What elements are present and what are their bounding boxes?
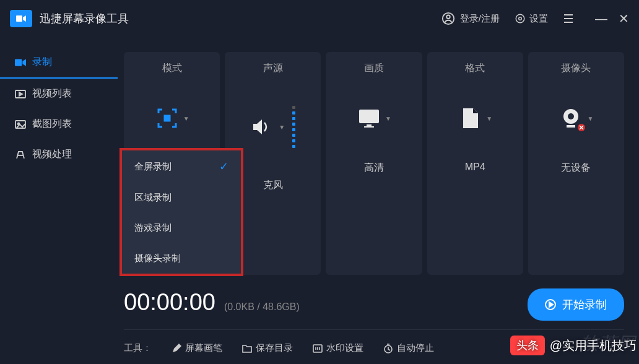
mode-selector[interactable]: ▼ <box>155 106 189 131</box>
error-badge-icon <box>577 123 586 132</box>
tool-label: 自动停止 <box>397 342 434 354</box>
dropdown-label: 游戏录制 <box>134 222 172 234</box>
tool-savedir[interactable]: 保存目录 <box>242 342 293 354</box>
sidebar-item-record[interactable]: 录制 <box>0 47 118 79</box>
tools-label: 工具： <box>124 342 152 354</box>
user-icon <box>441 12 455 25</box>
gear-icon <box>515 13 526 24</box>
camera-selector[interactable]: ▼ <box>559 106 593 131</box>
dropdown-item-game[interactable]: 游戏录制 <box>122 213 241 243</box>
card-value: MP4 <box>465 162 485 173</box>
svg-point-17 <box>568 113 574 119</box>
close-button[interactable]: ✕ <box>619 12 629 25</box>
card-format: 格式 ▼ MP4 <box>427 52 523 275</box>
start-record-button[interactable]: 开始录制 <box>528 288 624 321</box>
svg-rect-15 <box>364 126 374 128</box>
tool-label: 保存目录 <box>256 342 293 354</box>
login-button[interactable]: 登录/注册 <box>441 12 500 25</box>
sidebar-item-label: 截图列表 <box>32 118 72 131</box>
sidebar-item-label: 视频处理 <box>32 148 72 161</box>
card-value: 无设备 <box>561 162 591 175</box>
tool-brush[interactable]: 屏幕画笔 <box>172 342 222 354</box>
dropdown-label: 全屏录制 <box>134 161 172 173</box>
status-row: 00:00:00 (0.0KB / 48.6GB) 开始录制 <box>124 275 624 329</box>
timer: 00:00:00 <box>124 289 215 316</box>
file-icon <box>458 106 482 131</box>
speaker-icon <box>250 115 275 139</box>
webcam-icon <box>559 106 583 131</box>
card-title: 画质 <box>364 62 384 75</box>
chevron-down-icon: ▼ <box>587 115 593 122</box>
audio-selector[interactable]: ▼ <box>250 106 295 148</box>
sidebar-item-processing[interactable]: 视频处理 <box>0 139 118 170</box>
dropdown-item-fullscreen[interactable]: 全屏录制 ✓ <box>122 150 241 183</box>
chevron-down-icon: ▼ <box>385 115 391 122</box>
tool-label: 屏幕画笔 <box>185 342 222 354</box>
app-title: 迅捷屏幕录像工具 <box>40 11 441 26</box>
tool-autostop[interactable]: 自动停止 <box>383 342 434 354</box>
folder-icon <box>242 344 252 353</box>
timer-icon <box>383 344 393 353</box>
card-title: 声源 <box>263 62 283 75</box>
monitor-icon <box>357 106 381 131</box>
card-value: 克风 <box>263 179 283 192</box>
svg-rect-14 <box>367 124 372 126</box>
sidebar: 录制 视频列表 截图列表 视频处理 <box>0 37 118 364</box>
screenshot-icon <box>15 119 26 130</box>
svg-rect-8 <box>15 59 22 66</box>
card-title: 格式 <box>465 62 485 75</box>
play-icon <box>545 299 556 310</box>
chevron-down-icon: ▼ <box>486 115 492 122</box>
dropdown-label: 区域录制 <box>134 192 172 204</box>
card-mode: 模式 ▼ 全屏 全屏录制 ✓ 区域录制 <box>124 52 220 275</box>
edit-icon <box>15 149 26 160</box>
svg-rect-0 <box>16 15 22 22</box>
level-indicator <box>292 106 295 148</box>
settings-label: 设置 <box>529 13 548 25</box>
main-area: 模式 ▼ 全屏 全屏录制 ✓ 区域录制 <box>118 37 639 364</box>
settings-button[interactable]: 设置 <box>515 13 548 25</box>
size-info: (0.0KB / 48.6GB) <box>224 301 300 313</box>
tool-label: 水印设置 <box>326 342 363 354</box>
titlebar: 迅捷屏幕录像工具 登录/注册 设置 — ✕ <box>0 0 639 37</box>
card-camera: 摄像头 ▼ 无设备 <box>528 52 624 275</box>
svg-point-4 <box>519 17 522 20</box>
watermark-icon <box>313 344 323 353</box>
app-logo-icon <box>10 10 32 27</box>
pencil-icon <box>172 344 181 353</box>
svg-rect-12 <box>165 116 170 121</box>
start-label: 开始录制 <box>562 297 607 312</box>
card-title: 模式 <box>162 62 182 75</box>
card-quality: 画质 ▼ 高清 <box>326 52 422 275</box>
format-selector[interactable]: ▼ <box>458 106 492 131</box>
svg-point-3 <box>516 14 524 23</box>
svg-rect-13 <box>359 110 379 123</box>
tools-row: 工具： 屏幕画笔 保存目录 水印设置 自动停止 <box>124 329 624 354</box>
minimize-button[interactable]: — <box>595 12 607 25</box>
sidebar-item-videos[interactable]: 视频列表 <box>0 79 118 109</box>
fullscreen-icon <box>155 106 180 131</box>
menu-button[interactable] <box>563 14 574 24</box>
tool-watermark[interactable]: 水印设置 <box>313 342 363 354</box>
sidebar-item-label: 视频列表 <box>32 87 72 100</box>
chevron-down-icon: ▼ <box>279 124 285 131</box>
sidebar-item-screenshots[interactable]: 截图列表 <box>0 109 118 139</box>
dropdown-label: 摄像头录制 <box>134 253 181 264</box>
svg-point-2 <box>446 15 450 19</box>
dropdown-item-camera[interactable]: 摄像头录制 <box>122 243 241 274</box>
quality-selector[interactable]: ▼ <box>357 106 391 131</box>
sidebar-item-label: 录制 <box>32 56 52 69</box>
check-icon: ✓ <box>219 160 228 173</box>
video-list-icon <box>15 89 26 100</box>
mode-dropdown: 全屏录制 ✓ 区域录制 游戏录制 摄像头录制 <box>120 148 243 276</box>
card-value: 高清 <box>364 162 384 175</box>
menu-icon <box>563 14 574 24</box>
svg-rect-18 <box>567 125 575 128</box>
camera-icon <box>15 57 26 68</box>
login-label: 登录/注册 <box>460 13 500 25</box>
card-title: 摄像头 <box>561 62 591 75</box>
dropdown-item-region[interactable]: 区域录制 <box>122 183 241 213</box>
chevron-down-icon: ▼ <box>183 115 189 122</box>
